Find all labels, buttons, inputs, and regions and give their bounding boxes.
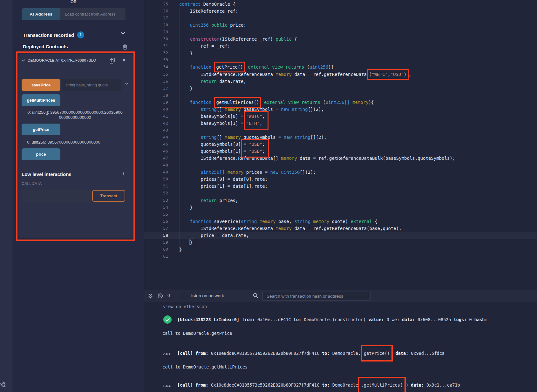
line-number: 60	[144, 246, 179, 253]
line-number: 47	[144, 155, 179, 162]
getmultiprices-button[interactable]: getMultiPrices	[22, 94, 60, 106]
code-line: 43	[144, 127, 537, 134]
at-address-button[interactable]: At Address	[22, 8, 60, 20]
terminal-log: view on etherscan[block:438228 txIndex:0…	[144, 302, 537, 392]
code-line: 46 quoteSymbols[1] = "USD";	[144, 148, 537, 155]
code-line: 41 baseSymbols[0] = "WBTC";	[144, 113, 537, 120]
icon-panel-strip	[0, 0, 12, 392]
expand-params-chevron-icon[interactable]	[125, 82, 129, 85]
calldata-label: CALLDATA	[22, 181, 42, 186]
line-number: 32	[144, 50, 179, 57]
line-number: 43	[144, 127, 179, 134]
deployed-contracts-label: Deployed Contracts	[23, 44, 68, 49]
getprice-button[interactable]: getPrice	[22, 124, 60, 135]
code-line: 52	[144, 190, 537, 197]
line-number: 41	[144, 113, 179, 120]
deployed-contract-card: DEMOORACLE AT 0X47F...F8080 (BLO ✕ saveP…	[18, 54, 133, 238]
terminal-search-input[interactable]	[262, 292, 370, 301]
code-line: 61	[144, 253, 537, 260]
chevron-down-icon[interactable]	[121, 32, 125, 35]
code-line: 54 }	[144, 204, 537, 211]
saveprice-params-input[interactable]	[62, 79, 121, 91]
code-line: 26 IStdReference ref;	[144, 8, 537, 15]
line-number: 36	[144, 78, 179, 85]
code-line: 42 baseSymbols[1] = "ETH";	[144, 120, 537, 127]
line-number: 50	[144, 176, 179, 183]
line-number: 61	[144, 253, 179, 260]
pending-tx-count: 0	[167, 293, 170, 298]
terminal-log-row[interactable]: [block:438228 txIndex:0] from: 0x10e...d…	[177, 317, 487, 322]
code-line: 55	[144, 211, 537, 218]
code-line: 59 }	[144, 239, 537, 246]
code-line: 57 IStdReference.ReferenceData memory da…	[144, 225, 537, 232]
deploy-run-panel: OR At Address Transactions recorded 1 De…	[12, 0, 144, 392]
transactions-count-badge: 1	[77, 31, 84, 38]
code-line: 36 return data.rate;	[144, 78, 537, 85]
code-line: 38	[144, 92, 537, 99]
line-number: 26	[144, 8, 179, 15]
code-line: 27	[144, 15, 537, 22]
price-button[interactable]: price	[22, 148, 60, 160]
line-number: 49	[144, 169, 179, 176]
code-editor[interactable]: 25contract DemoOracle {26 IStdReference …	[144, 0, 537, 290]
line-number: 30	[144, 36, 179, 43]
line-number: 59	[144, 239, 179, 246]
getmultiprices-result: 0: uint256[]: 39567000000000000000000,26…	[27, 110, 123, 120]
contract-card-title: DEMOORACLE AT 0X47F...F8080 (BLO	[28, 58, 96, 62]
listen-on-network-checkbox[interactable]	[182, 293, 187, 298]
clear-pending-icon[interactable]	[158, 293, 163, 299]
terminal-toolbar: 0 listen on network	[144, 290, 537, 302]
bracket-match-highlight	[189, 239, 194, 245]
close-icon[interactable]: ✕	[122, 57, 126, 63]
collapse-terminal-icon[interactable]	[148, 293, 153, 299]
code-line: 51 prices[1] = data[1].rate;	[144, 183, 537, 190]
code-line: 49 uint256[] memory prices = new uint256…	[144, 169, 537, 176]
contract-card-header[interactable]: DEMOORACLE AT 0X47F...F8080 (BLO	[22, 58, 96, 62]
code-line: 25contract DemoOracle {	[144, 1, 537, 8]
code-line: 33	[144, 57, 537, 64]
code-line: 29	[144, 29, 537, 36]
terminal-call-label: call to DemoOracle.getMultiPrices	[162, 364, 248, 370]
line-number: 51	[144, 183, 179, 190]
plugin-manager-icon[interactable]	[0, 377, 10, 391]
line-number: 54	[144, 204, 179, 211]
chevron-down-icon	[22, 59, 25, 62]
transact-button[interactable]: Transact	[92, 190, 125, 202]
line-number: 38	[144, 92, 179, 99]
low-level-interactions-label: Low level interactions	[22, 172, 71, 177]
transactions-recorded-header[interactable]: Transactions recorded 1	[23, 31, 84, 38]
info-icon[interactable]: i	[122, 171, 124, 177]
call-badge: CALL	[163, 384, 171, 388]
trash-icon[interactable]	[123, 44, 127, 50]
line-number: 37	[144, 85, 179, 92]
copy-icon[interactable]	[110, 58, 115, 64]
line-number: 31	[144, 43, 179, 50]
transactions-recorded-label: Transactions recorded	[23, 32, 74, 38]
line-number: 39	[144, 99, 179, 106]
line-number: 25	[144, 1, 179, 8]
code-line: 58 price = data.rate;	[144, 232, 537, 239]
saveprice-button[interactable]: savePrice	[22, 79, 60, 91]
calldata-input[interactable]	[22, 190, 92, 202]
code-line: 37 }	[144, 85, 537, 92]
line-number: 44	[144, 134, 179, 141]
divider	[22, 168, 122, 168]
annotation-box-inline: .getMultiPrices(	[358, 377, 406, 392]
view-on-etherscan-link[interactable]: view on etherscan	[163, 304, 207, 309]
terminal-log-row[interactable]: [call] from: 0x10e8ddeCA8185573e59262E82…	[177, 382, 460, 388]
code-line: 48	[144, 162, 537, 169]
code-line: 35 IStdReference.ReferenceData memory da…	[144, 71, 537, 78]
code-line: 56 function savePrice(string memory base…	[144, 218, 537, 225]
code-line: 44 string[] memory quoteSymbols = new st…	[144, 134, 537, 141]
line-number: 52	[144, 190, 179, 197]
listen-on-network-label: listen on network	[191, 293, 224, 298]
code-line: 45 quoteSymbols[0] = "USD";	[144, 141, 537, 148]
code-line: 60}	[144, 246, 537, 253]
terminal-log-row[interactable]: [call] from: 0x10e8ddeCA8185573e59262E82…	[177, 350, 445, 356]
code-line: 34 function getPrice() external view ret…	[144, 64, 537, 71]
line-number: 35	[144, 71, 179, 78]
code-line: 32 }	[144, 50, 537, 57]
code-line: 40 string[] memory baseSymbols = new str…	[144, 106, 537, 113]
load-contract-address-input[interactable]	[60, 8, 126, 20]
annotation-box-inline: getPrice()	[361, 345, 393, 362]
